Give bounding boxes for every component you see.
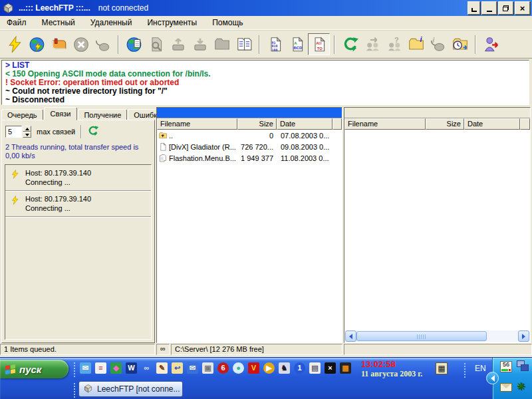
mail-clock-icon[interactable]: ✉ (187, 362, 198, 374)
local-path-bar[interactable] (157, 108, 342, 118)
column-header-size[interactable]: Size (237, 118, 277, 130)
stepper-down-button[interactable] (23, 132, 31, 138)
menu-item-4[interactable]: Помощь (210, 17, 245, 29)
links-icon[interactable]: ∞ (141, 362, 152, 374)
window-title: ...::: LeechFTP :::... (19, 3, 90, 13)
mail-tray-icon[interactable] (500, 383, 512, 392)
grid-icon[interactable]: ▦ (340, 362, 351, 374)
media-play-icon[interactable]: ▶ (263, 362, 275, 374)
user-profile-button[interactable] (480, 33, 502, 55)
auto-mode-button[interactable]: AUTO (308, 33, 330, 55)
infinity-indicator: ∞ (156, 344, 170, 355)
leech-cube-icon[interactable]: ▣ (202, 362, 213, 374)
mouse-grey-icon (94, 36, 112, 53)
rollup-button[interactable] (467, 1, 480, 15)
file-name: Flashation.Menu.B... (169, 154, 237, 162)
menu-item-3[interactable]: Инструменты (145, 17, 199, 29)
thread-item[interactable]: Host: 80.179.39.140Connecting ... (5, 165, 151, 191)
scheduler-button[interactable] (449, 33, 471, 55)
close-button[interactable]: × (515, 1, 530, 15)
stepper-up-button[interactable] (23, 126, 31, 132)
language-indicator[interactable]: EN (475, 364, 486, 373)
paint-icon[interactable]: ✎ (156, 362, 168, 374)
taskbar-handle[interactable] (464, 363, 467, 378)
column-header-filename[interactable]: Filename (344, 118, 426, 130)
file-auto-icon: AUTO (311, 36, 328, 53)
file-row[interactable]: [DivX] Gladiator (R...726 720...09.08.20… (157, 141, 342, 152)
menu-item-0[interactable]: Файл (5, 17, 29, 29)
column-header-filename[interactable]: Filename (157, 118, 237, 130)
start-button[interactable]: пуск (0, 360, 68, 378)
desktop: ...::: LeechFTP :::... not connected × Ф… (0, 0, 532, 399)
open-url-button[interactable] (123, 33, 145, 55)
scroll-right-button[interactable] (518, 331, 529, 342)
disconnect-button (92, 33, 114, 55)
log-view[interactable]: > LIST< 150 Opening ASCII mode data conn… (1, 60, 529, 105)
column-header-size[interactable]: Size (426, 118, 464, 130)
doc-icon[interactable]: ▤ (309, 362, 321, 374)
max-connections-input[interactable]: 5 (5, 126, 22, 138)
connect-wizard-button[interactable] (26, 33, 48, 55)
tray-collapse-button[interactable] (486, 372, 499, 384)
svg-text:?: ? (394, 36, 399, 44)
one-icon[interactable]: 1 (294, 362, 305, 374)
dial-6-icon[interactable]: 6 (217, 362, 229, 374)
compare-folders-button[interactable] (233, 33, 255, 55)
outlook-express-icon[interactable]: ✉ (80, 362, 91, 374)
minimize-button[interactable] (481, 1, 497, 15)
tiles-icon[interactable]: ◆ (110, 362, 122, 374)
file-row[interactable]: Flashation.Menu.B...1 949 37711.08.2003 … (157, 152, 342, 164)
doc-multi-icon (158, 154, 168, 163)
folder-info-button[interactable]: i (405, 33, 427, 55)
tab-Связи[interactable]: Связи (44, 107, 78, 120)
cube-icon (2, 1, 15, 14)
toolbar-separator (259, 35, 260, 54)
max-connections-label: max связей (37, 128, 75, 136)
connection-status: not connected (98, 3, 148, 13)
globe-drop-icon[interactable]: ● (233, 362, 244, 374)
download-thread-button (189, 33, 211, 55)
word-icon[interactable]: W (126, 362, 137, 374)
recycle-threads-icon[interactable] (87, 125, 99, 138)
horse-icon[interactable]: ♞ (279, 362, 290, 374)
bookmarks-button[interactable] (48, 33, 70, 55)
taskband-handle[interactable] (74, 383, 77, 398)
binary-mode-button[interactable]: 01010100 (264, 33, 286, 55)
ascii-mode-button[interactable]: ABCD (286, 33, 308, 55)
svg-text:100: 100 (271, 47, 277, 51)
menu-item-2[interactable]: Удаленный (88, 17, 134, 29)
remote-path-bar[interactable] (344, 108, 530, 118)
winamp-icon[interactable]: ≡ (95, 362, 106, 374)
remote-horizontal-scrollbar[interactable] (345, 331, 529, 342)
scrollbar-thumb[interactable] (356, 331, 487, 341)
tab-page-connections: 5 max связей 2 Threads running, total tr… (1, 120, 155, 343)
black-x-icon[interactable]: × (325, 362, 336, 374)
lightning-icon (11, 170, 20, 180)
quicklaunch-handle[interactable] (74, 362, 77, 377)
file-name: .. (169, 132, 237, 140)
menu-item-1[interactable]: Местный (40, 17, 77, 29)
quick-connect-button[interactable] (4, 33, 26, 55)
column-header-date[interactable]: Date (464, 118, 520, 130)
column-header-date[interactable]: Date (277, 118, 332, 130)
thread-list[interactable]: Host: 80.179.39.140Connecting ...Host: 8… (5, 164, 152, 340)
refresh-button[interactable] (339, 33, 361, 55)
tray-clock-block: 13:02:58 11 августа 2003 г. (361, 360, 430, 379)
local-path-status: C:\Server\ [12 276 MB free] (171, 344, 342, 355)
thread-item[interactable]: Host: 80.179.39.140Connecting ... (5, 191, 151, 217)
lightning-icon (7, 36, 24, 53)
svg-text:AU: AU (316, 41, 321, 45)
max-connections-stepper[interactable] (23, 126, 31, 138)
scroll-left-button[interactable] (345, 331, 356, 342)
leechftp-task-button[interactable]: LeechFTP [not conne... (78, 381, 183, 397)
red-v-icon[interactable]: V (248, 362, 259, 374)
windows-logo-icon (5, 364, 15, 374)
restore-button[interactable] (498, 1, 513, 15)
antivirus-spider-icon[interactable]: ✳ (517, 380, 525, 392)
file-row[interactable]: ..007.08.2003 0... (157, 130, 342, 141)
network-monitor-icon[interactable] (517, 360, 529, 371)
cpu-meter-icon[interactable]: 56 (500, 361, 512, 372)
compare-icon (235, 36, 253, 53)
folder-back-icon[interactable]: ↩ (172, 362, 183, 374)
hotkey-grid-icon[interactable]: ▦ (436, 362, 448, 374)
